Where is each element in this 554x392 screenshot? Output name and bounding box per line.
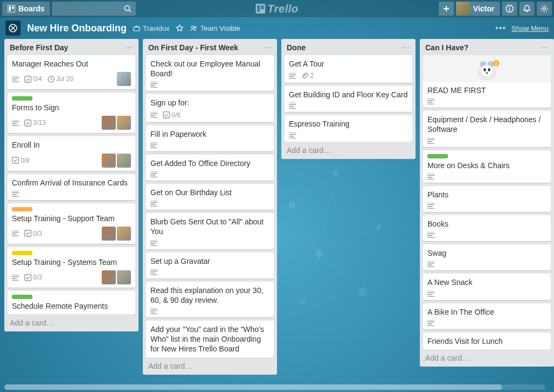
member-avatar[interactable] <box>117 270 131 284</box>
card[interactable]: Sign up for:0/6 <box>146 94 274 122</box>
card-label <box>12 207 32 211</box>
member-avatar[interactable] <box>117 154 131 168</box>
add-card-button[interactable]: Add a card… <box>281 142 416 159</box>
card-badges: 0/6 <box>150 111 269 119</box>
card-badges <box>427 203 546 209</box>
card-title: Blurb Gets Sent Out to "All" about You <box>150 217 269 236</box>
card[interactable]: Setup Training - Support Team0/3 <box>8 203 135 244</box>
card-title: Swag <box>427 248 546 258</box>
description-icon <box>12 230 19 236</box>
card[interactable]: Get on Our Birthday List <box>146 184 274 210</box>
gear-icon <box>540 4 549 13</box>
horizontal-scrollbar[interactable] <box>4 384 545 390</box>
card[interactable]: Check out our Employee Manual Board! <box>146 55 274 91</box>
board-title[interactable]: New Hire Onboarding <box>27 23 127 34</box>
member-avatar[interactable] <box>102 227 116 241</box>
description-icon <box>12 76 19 82</box>
boards-button[interactable]: Boards <box>2 2 50 16</box>
card-badges <box>150 240 269 246</box>
card-title: Confirm Arrival of Insurance Cards <box>12 178 131 188</box>
member-avatar[interactable] <box>117 116 131 130</box>
card[interactable]: Add your "You" card in the "Who's Who" l… <box>146 321 274 357</box>
board-header: New Hire Onboarding Travidux Team Visibl… <box>0 17 554 39</box>
list-menu-button[interactable]: ⋯ <box>540 43 549 52</box>
card[interactable]: Manager Reaches Out0/4Jul 20 <box>8 55 135 89</box>
card[interactable]: Books <box>423 215 551 241</box>
notifications-button[interactable] <box>519 2 535 16</box>
info-button[interactable] <box>502 2 517 16</box>
svg-point-9 <box>125 6 130 11</box>
star-button[interactable] <box>176 24 183 32</box>
checklist-icon <box>24 76 31 83</box>
list-title[interactable]: Before First Day <box>10 43 68 52</box>
description-icon <box>427 261 434 267</box>
card[interactable]: Friends Visit for Lunch <box>423 333 551 349</box>
trello-logo[interactable]: Trello <box>255 3 298 15</box>
card-title: More on Desks & Chairs <box>427 161 546 170</box>
card[interactable]: Forms to Sign3/13 <box>8 92 135 133</box>
card-labels <box>12 207 131 211</box>
member-avatar[interactable] <box>102 270 116 284</box>
card[interactable]: Set up a Gravatar <box>146 253 274 278</box>
member-avatar[interactable] <box>102 116 116 130</box>
add-card-button[interactable]: Add a card… <box>4 314 138 331</box>
card[interactable]: Blurb Gets Sent Out to "All" about You <box>146 213 274 249</box>
card-title: Setup Training - Support Team <box>12 214 131 223</box>
card[interactable]: Plants <box>423 186 551 212</box>
team-name: Travidux <box>143 24 169 32</box>
board-canvas[interactable]: Before First Day⋯Manager Reaches Out0/4J… <box>0 39 554 386</box>
card-members <box>117 72 131 86</box>
card[interactable]: Equipment / Desk / Headphones / Software <box>423 111 551 147</box>
card[interactable]: !READ ME FIRST <box>423 55 551 108</box>
card[interactable]: Fill in Paperwork <box>146 125 274 151</box>
list-title[interactable]: Can I Have? <box>425 43 469 52</box>
card[interactable]: Espresso Training <box>285 115 412 141</box>
add-card-button[interactable]: Add a card… <box>143 357 277 375</box>
show-menu-button[interactable]: Show Menu <box>511 24 549 32</box>
card[interactable]: Get Added To Office Directory <box>146 155 274 181</box>
card[interactable]: Enroll In0/8 <box>8 136 135 170</box>
description-icon <box>427 203 434 209</box>
card[interactable]: Setup Training - Systems Team0/3 <box>8 247 135 288</box>
list-menu-button[interactable]: ⋯ <box>402 43 410 52</box>
member-avatar[interactable] <box>102 154 116 168</box>
member-avatar[interactable] <box>117 72 131 86</box>
card-badges <box>150 82 269 88</box>
settings-button[interactable] <box>537 2 552 16</box>
card[interactable]: Confirm Arrival of Insurance Cards <box>8 174 135 200</box>
search-input[interactable] <box>52 2 136 16</box>
list-title[interactable]: Done <box>287 43 306 52</box>
card[interactable]: More on Desks & Chairs <box>423 150 551 183</box>
member-avatar[interactable] <box>117 227 131 241</box>
card[interactable]: Read this explanation on your 30, 60, & … <box>146 282 274 317</box>
boards-label: Boards <box>18 4 44 13</box>
user-avatar <box>456 2 470 16</box>
description-icon <box>150 171 157 177</box>
description-icon <box>289 132 296 138</box>
menu-ellipsis-icon: ••• <box>496 23 506 33</box>
card[interactable]: Swag <box>423 244 551 270</box>
card[interactable]: Get Building ID and Floor Key Card <box>285 86 412 112</box>
card[interactable]: A New Snack <box>423 274 551 300</box>
card[interactable]: Schedule Remote Payments <box>8 291 135 314</box>
list-cards: Get A Tour2Get Building ID and Floor Key… <box>281 55 416 142</box>
list-menu-button[interactable]: ⋯ <box>263 43 272 52</box>
list-header: On First Day - First Week⋯ <box>143 39 277 55</box>
card[interactable]: A Bike In The Office <box>423 303 551 329</box>
card-labels <box>12 295 131 299</box>
team-link[interactable]: Travidux <box>133 24 169 32</box>
add-card-button[interactable]: Add a card… <box>420 349 554 367</box>
card-title: Enroll In <box>12 140 131 150</box>
card-members <box>102 154 131 168</box>
list-title[interactable]: On First Day - First Week <box>148 43 238 52</box>
list-menu-button[interactable]: ⋯ <box>125 43 133 52</box>
list: Before First Day⋯Manager Reaches Out0/4J… <box>4 39 138 331</box>
list: Can I Have?⋯!READ ME FIRSTEquipment / De… <box>420 39 554 367</box>
create-button[interactable] <box>439 2 454 16</box>
user-menu[interactable]: Victor <box>456 2 500 16</box>
card-label <box>12 96 32 101</box>
card[interactable]: Get A Tour2 <box>285 55 412 83</box>
card-title: Check out our Employee Manual Board! <box>150 59 269 78</box>
list-header: Before First Day⋯ <box>4 39 138 55</box>
visibility-button[interactable]: Team Visible <box>190 24 240 32</box>
